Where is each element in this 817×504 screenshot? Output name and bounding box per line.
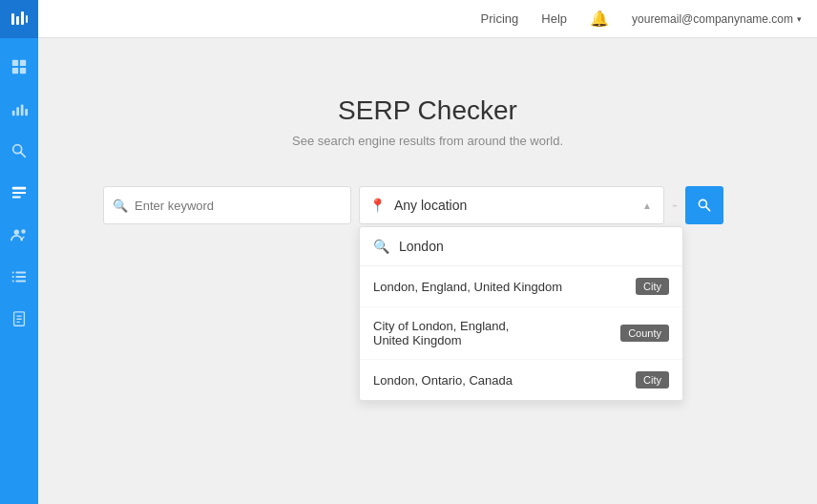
page-title: SERP Checker: [338, 95, 517, 126]
svg-rect-2: [21, 11, 24, 25]
location-tag-0: City: [636, 278, 669, 295]
svg-rect-9: [16, 107, 19, 116]
svg-rect-20: [15, 272, 26, 274]
svg-rect-6: [12, 68, 18, 74]
svg-rect-0: [11, 13, 14, 25]
user-email[interactable]: youremail@companyname.com ▾: [632, 12, 802, 26]
sidebar-item-analytics[interactable]: [2, 92, 36, 126]
svg-rect-4: [12, 60, 18, 66]
location-tag-1: County: [620, 325, 669, 342]
location-label: Any location: [394, 198, 467, 213]
svg-rect-16: [12, 197, 21, 199]
svg-rect-3: [26, 15, 28, 23]
svg-line-13: [21, 153, 26, 158]
sidebar-logo[interactable]: [0, 0, 38, 38]
location-result-1[interactable]: City of London, England,United Kingdom C…: [360, 307, 682, 360]
search-row: 🔍 📍 Any location ▲ 🔍 London, England: [103, 186, 752, 224]
svg-rect-27: [16, 319, 21, 320]
svg-rect-23: [12, 281, 14, 283]
svg-rect-15: [12, 192, 26, 194]
notification-bell-icon[interactable]: 🔔: [590, 10, 609, 28]
users-icon: [10, 226, 28, 243]
location-result-0[interactable]: London, England, United Kingdom City: [360, 266, 682, 307]
location-result-2[interactable]: London, Ontario, Canada City: [360, 360, 682, 400]
dropdown-search-icon: 🔍: [373, 239, 389, 254]
svg-rect-22: [15, 276, 26, 278]
svg-rect-14: [12, 187, 26, 190]
location-wrapper: 📍 Any location ▲ 🔍 London, England, Unit…: [359, 186, 664, 224]
svg-rect-7: [20, 68, 26, 74]
svg-rect-11: [25, 109, 28, 116]
sidebar-item-reports[interactable]: [2, 302, 36, 336]
svg-rect-8: [12, 111, 15, 116]
svg-rect-5: [20, 60, 26, 66]
svg-rect-10: [21, 105, 24, 116]
location-result-text-2: London, Ontario, Canada: [373, 373, 636, 388]
list-icon: [10, 268, 28, 285]
pricing-link[interactable]: Pricing: [481, 11, 519, 26]
sidebar-item-featured[interactable]: [2, 176, 36, 210]
dropdown-search-input[interactable]: [399, 239, 669, 254]
keyword-search-icon: 🔍: [113, 199, 128, 213]
page-subtitle: See search engine results from around th…: [292, 134, 563, 148]
sidebar-item-dashboard[interactable]: [2, 50, 36, 84]
location-tag-2: City: [636, 371, 669, 388]
logo-icon: [10, 10, 29, 29]
svg-rect-21: [12, 276, 14, 278]
svg-rect-1: [16, 16, 19, 25]
help-link[interactable]: Help: [541, 11, 567, 26]
svg-rect-26: [16, 315, 21, 316]
svg-point-17: [14, 230, 19, 235]
main-area: Pricing Help 🔔 youremail@companyname.com…: [38, 0, 817, 504]
dropdown-search-row: 🔍: [360, 227, 682, 266]
svg-rect-28: [16, 322, 20, 323]
pin-icon: 📍: [369, 198, 386, 213]
content-area: SERP Checker See search engine results f…: [38, 38, 817, 504]
svg-rect-19: [12, 272, 14, 274]
location-dropdown: 🔍 London, England, United Kingdom City C…: [359, 226, 683, 401]
location-trigger[interactable]: 📍 Any location ▲: [359, 186, 664, 224]
sidebar-item-users[interactable]: [2, 218, 36, 252]
chart-icon: [10, 100, 28, 117]
svg-line-30: [706, 207, 710, 211]
search-sidebar-icon: [10, 142, 28, 159]
reports-icon: [10, 310, 28, 327]
svg-point-18: [21, 229, 26, 234]
keyword-input-wrap: 🔍: [103, 186, 351, 224]
location-result-text-0: London, England, United Kingdom: [373, 280, 636, 294]
grid-icon: [10, 58, 28, 75]
location-result-text-1: City of London, England,United Kingdom: [373, 319, 620, 347]
sidebar-item-search[interactable]: [2, 134, 36, 168]
svg-rect-24: [15, 281, 26, 283]
topnav: Pricing Help 🔔 youremail@companyname.com…: [38, 0, 817, 38]
search-button-icon: [697, 198, 712, 213]
chevron-down-icon: ▾: [797, 14, 802, 24]
keyword-input[interactable]: [103, 186, 351, 224]
sidebar: [0, 0, 38, 504]
sidebar-item-list[interactable]: [2, 260, 36, 294]
search-button[interactable]: [685, 186, 723, 224]
dash-divider: -: [672, 196, 678, 216]
chevron-up-icon: ▲: [642, 200, 652, 211]
featured-icon: [10, 184, 28, 201]
